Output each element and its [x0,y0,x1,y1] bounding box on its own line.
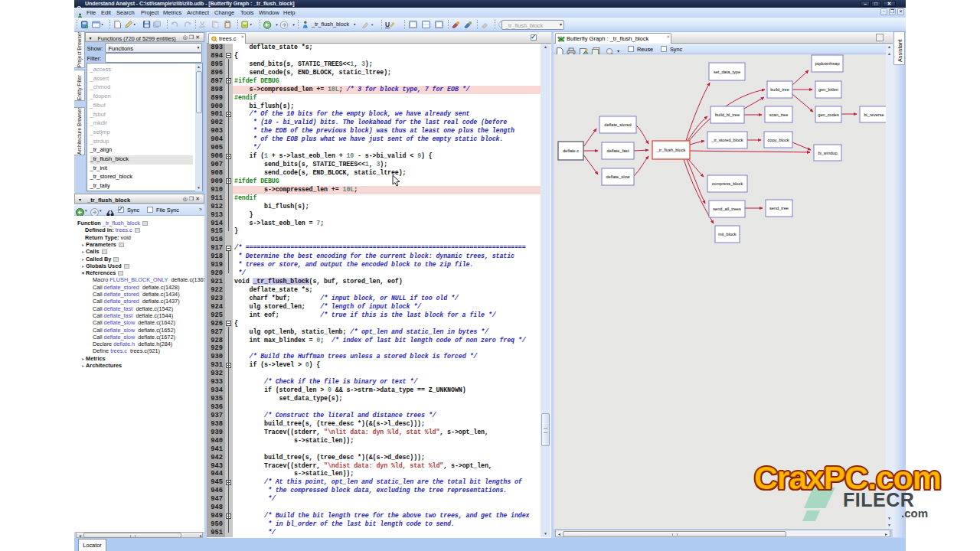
svg-text:send_tree: send_tree [769,206,789,210]
svg-text:deflate_fast: deflate_fast [607,148,629,153]
svg-text:build_bl_tree: build_bl_tree [715,112,740,117]
svg-text:scan_tree: scan_tree [769,112,789,117]
svg-text:init_block: init_block [718,232,737,236]
svg-text:copy_block: copy_block [768,138,789,142]
svg-text:_tr_stored_block: _tr_stored_block [710,138,743,142]
svg-text:gen_codes: gen_codes [818,112,839,117]
svg-text:deflate.c: deflate.c [563,148,579,153]
svg-text:gen_bitlen: gen_bitlen [818,87,838,92]
svg-text:deflate_slow: deflate_slow [606,174,630,179]
svg-text:compress_block: compress_block [712,181,743,186]
svg-text:send_all_trees: send_all_trees [713,207,741,211]
svg-text:bi_windup: bi_windup [818,151,837,155]
svg-text:build_tree: build_tree [770,87,789,92]
svg-text:pqdownheap: pqdownheap [815,61,839,66]
svg-text:set_data_type: set_data_type [714,70,740,74]
svg-text:bi_reverse: bi_reverse [864,112,884,117]
svg-text:_tr_flush_block: _tr_flush_block [656,148,686,152]
svg-text:deflate_stored: deflate_stored [604,122,631,127]
